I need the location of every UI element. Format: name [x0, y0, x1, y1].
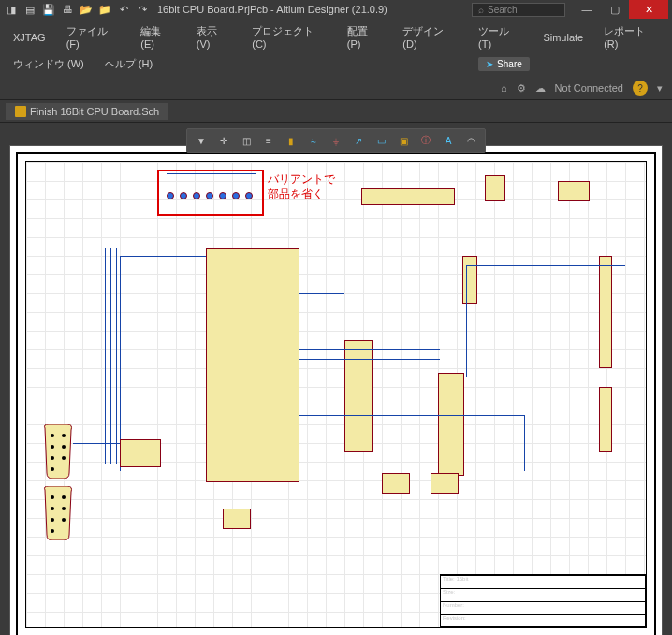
svg-point-8	[62, 495, 66, 499]
document-tab-bar: Finish 16Bit CPU Board.Sch	[0, 100, 672, 123]
close-button[interactable]: ✕	[629, 0, 668, 19]
cloud-icon[interactable]: ☁	[535, 82, 546, 95]
maximize-button[interactable]: ▢	[601, 0, 629, 19]
wave-icon[interactable]: ≈	[305, 132, 322, 149]
osc-chip	[120, 439, 161, 467]
title-block-rev: Revision:	[441, 614, 645, 628]
svg-point-10	[62, 507, 66, 510]
highlight-icon[interactable]: ▮	[283, 132, 299, 149]
menu-place[interactable]: 配置 (P)	[343, 22, 386, 52]
search-icon: ⌕	[478, 5, 484, 15]
svg-point-3	[62, 445, 66, 449]
redo-icon[interactable]: ↷	[135, 2, 150, 17]
home-icon[interactable]: ⌂	[501, 82, 507, 94]
db-connector-bottom	[43, 486, 73, 540]
io-chip	[438, 373, 464, 476]
menu-tools[interactable]: ツール (T)	[475, 22, 526, 52]
share-button[interactable]: ➤Share	[478, 57, 530, 71]
main-cpu-chip	[206, 248, 299, 482]
title-block: Title: 16bit Size: Number: Revision:	[440, 574, 646, 627]
help-badge[interactable]: ?	[633, 81, 648, 96]
svg-point-1	[62, 434, 66, 437]
svg-point-11	[51, 518, 54, 522]
directive-icon[interactable]: ▣	[395, 132, 412, 149]
memory-chip	[344, 340, 373, 452]
db-connector-top	[43, 424, 73, 479]
top-indicator-bar: ⌂ ⚙ ☁ Not Connected ? ▾	[0, 77, 672, 100]
svg-point-0	[51, 434, 54, 437]
arc-icon[interactable]: ◠	[462, 132, 479, 149]
share-arrow-icon: ➤	[486, 59, 493, 69]
search-input[interactable]: ⌕ Search	[472, 3, 565, 17]
ground-icon[interactable]: ⏚	[328, 132, 344, 149]
menu-simulate[interactable]: Simulate	[539, 30, 587, 45]
svg-point-12	[62, 518, 66, 522]
tab-schematic[interactable]: Finish 16Bit CPU Board.Sch	[6, 103, 168, 120]
chevron-down-icon[interactable]: ▾	[657, 82, 663, 95]
menu-report[interactable]: レポート (R)	[600, 22, 663, 52]
search-placeholder: Search	[488, 5, 518, 15]
reg-chip-b	[382, 473, 410, 494]
connection-status: Not Connected	[555, 82, 623, 94]
svg-point-5	[62, 456, 66, 460]
open-project-icon[interactable]: 📁	[97, 2, 112, 17]
text-icon[interactable]: A	[440, 132, 457, 149]
svg-point-7	[51, 495, 54, 499]
svg-point-6	[51, 467, 54, 471]
open-icon[interactable]: 📂	[79, 2, 94, 17]
svg-point-13	[51, 529, 54, 533]
info-icon[interactable]: ⓘ	[417, 132, 434, 149]
menu-xjtag[interactable]: XJTAG	[9, 30, 50, 45]
menu-design[interactable]: デザイン (D)	[399, 22, 461, 52]
title-block-title: Title: 16bit	[441, 575, 645, 588]
title-bar: ◨ ▤ 💾 🖶 📂 📁 ↶ ↷ 16bit CPU Board.PrjPcb -…	[0, 0, 672, 19]
component-icon[interactable]: ▭	[373, 132, 389, 149]
print-icon[interactable]: 🖶	[60, 2, 75, 17]
reg-chip-a	[223, 509, 251, 529]
editor-area: ▼ ✛ ◫ ≡ ▮ ≈ ⏚ ↗ ▭ ▣ ⓘ A ◠ バリアントで 部品を省く	[0, 123, 672, 635]
select-icon[interactable]: ◫	[238, 132, 255, 149]
right-header-bottom	[599, 387, 612, 452]
app-logo-icon: ◨	[4, 2, 19, 17]
svg-point-2	[51, 445, 54, 449]
probe-icon[interactable]: ↗	[350, 132, 367, 149]
title-block-number: Number:	[441, 601, 645, 614]
menu-view[interactable]: 表示 (V)	[193, 22, 235, 52]
minimize-button[interactable]: —	[573, 0, 601, 19]
save-icon[interactable]: 💾	[41, 2, 56, 17]
floating-toolbar: ▼ ✛ ◫ ≡ ▮ ≈ ⏚ ↗ ▭ ▣ ⓘ A ◠	[186, 128, 486, 153]
align-icon[interactable]: ≡	[260, 132, 277, 149]
dip-switch	[361, 188, 455, 205]
variant-annotation-line2: 部品を省く	[268, 186, 324, 202]
variant-annotation-line1: バリアントで	[268, 171, 335, 187]
tab-label: Finish 16Bit CPU Board.Sch	[30, 106, 159, 117]
settings-icon[interactable]: ⚙	[517, 82, 526, 95]
menu-window[interactable]: ウィンドウ (W)	[9, 55, 88, 73]
window-title: 16bit CPU Board.PrjPcb - Altium Designer…	[157, 4, 387, 15]
small-chip-b	[558, 181, 590, 201]
menu-bar: XJTAG ファイル (F) 編集 (E) 表示 (V) プロジェクト (C) …	[0, 19, 672, 77]
led-array	[167, 192, 253, 199]
right-header-top	[599, 256, 612, 368]
svg-point-4	[51, 456, 54, 460]
undo-icon[interactable]: ↶	[116, 2, 131, 17]
title-block-size: Size:	[441, 588, 645, 601]
schematic-canvas[interactable]: バリアントで 部品を省く	[9, 145, 663, 635]
schematic-file-icon	[15, 106, 26, 117]
menu-file[interactable]: ファイル (F)	[63, 22, 124, 52]
menu-edit[interactable]: 編集 (E)	[137, 22, 179, 52]
svg-point-9	[51, 507, 54, 510]
small-chip-a	[485, 175, 505, 201]
filter-icon[interactable]: ▼	[193, 132, 210, 149]
reg-chip-c	[431, 473, 459, 494]
crosshair-icon[interactable]: ✛	[215, 132, 232, 149]
menu-project[interactable]: プロジェクト (C)	[248, 22, 330, 52]
io-header	[462, 256, 477, 304]
menu-help[interactable]: ヘルプ (H)	[101, 55, 156, 73]
file-icon[interactable]: ▤	[22, 2, 37, 17]
